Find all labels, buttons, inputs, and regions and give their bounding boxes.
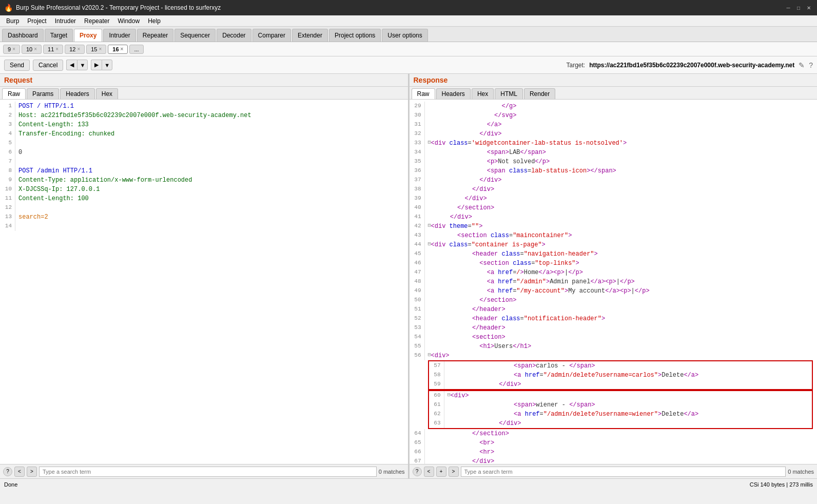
target-help-icon[interactable]: ? bbox=[809, 61, 813, 69]
request-tab-params[interactable]: Params bbox=[27, 88, 59, 99]
tab-intruder[interactable]: Intruder bbox=[103, 29, 135, 42]
response-line-59: 59 </div> bbox=[429, 380, 812, 389]
response-line-50: 50 </section> bbox=[410, 296, 818, 305]
response-search-next[interactable]: > bbox=[449, 467, 459, 477]
menu-project[interactable]: Project bbox=[23, 16, 50, 26]
response-code-area[interactable]: 29 </g> 30 </svg> 31 </a> 32 bbox=[410, 100, 818, 464]
main-tab-bar: Dashboard Target Proxy Intruder Repeater… bbox=[0, 27, 817, 42]
response-line-34: 34 <span>LAB</span> bbox=[410, 148, 818, 157]
window-title: Burp Suite Professional v2020.2 - Tempor… bbox=[16, 4, 221, 11]
response-tab-render[interactable]: Render bbox=[524, 88, 555, 99]
request-search-input[interactable] bbox=[39, 467, 377, 477]
menu-help[interactable]: Help bbox=[144, 16, 165, 26]
minimize-button[interactable]: ─ bbox=[784, 4, 792, 12]
response-tab-html[interactable]: HTML bbox=[495, 88, 523, 99]
burp-logo: 🔥 bbox=[4, 4, 13, 12]
response-tab-hex[interactable]: Hex bbox=[472, 88, 494, 99]
response-line-58: 58 <a href="/admin/delete?username=carlo… bbox=[429, 371, 812, 380]
target-url: https://ac221fbd1e5f35b6c02239c2007e000f… bbox=[589, 62, 794, 69]
status-bar: Done CSi 140 bytes | 273 millis bbox=[0, 478, 817, 490]
response-help-btn[interactable]: ? bbox=[413, 467, 422, 476]
nav-prev-dropdown[interactable]: ▼ bbox=[77, 60, 88, 70]
nav-prev-button[interactable]: ◀ bbox=[66, 60, 77, 70]
request-search-next[interactable]: > bbox=[27, 467, 37, 477]
request-line-13: 13 search=2 bbox=[0, 212, 408, 222]
request-tab-hex[interactable]: Hex bbox=[96, 88, 118, 99]
response-line-64: 64 </section> bbox=[410, 429, 818, 438]
request-panel: Request Raw Params Headers Hex 1 POST / … bbox=[0, 74, 410, 478]
tab-repeater[interactable]: Repeater bbox=[137, 29, 173, 42]
send-button[interactable]: Send bbox=[4, 60, 30, 71]
subtab-15[interactable]: 15 × bbox=[86, 45, 106, 54]
request-line-4: 4 Transfer-Encoding: chunked bbox=[0, 129, 408, 139]
target-info: Target: https://ac221fbd1e5f35b6c02239c2… bbox=[567, 61, 813, 69]
menu-intruder[interactable]: Intruder bbox=[51, 16, 80, 26]
highlight-box-1: 57 <span>carlos - </span> 58 <a href="/a… bbox=[428, 360, 813, 390]
subtab-bar: 9 × 10 × 11 × 12 × 15 × 16 × ... bbox=[0, 42, 817, 56]
panels-container: Request Raw Params Headers Hex 1 POST / … bbox=[0, 74, 817, 478]
request-header: Request bbox=[0, 74, 408, 87]
tab-extender[interactable]: Extender bbox=[292, 29, 328, 42]
tab-comparer[interactable]: Comparer bbox=[252, 29, 291, 42]
response-tab-raw[interactable]: Raw bbox=[412, 88, 435, 99]
subtab-16[interactable]: 16 × bbox=[108, 45, 128, 54]
response-tabs: Raw Headers Hex HTML Render bbox=[410, 87, 818, 100]
tab-dashboard[interactable]: Dashboard bbox=[2, 29, 44, 42]
menu-repeater[interactable]: Repeater bbox=[80, 16, 113, 26]
response-line-57: 57 <span>carlos - </span> bbox=[429, 361, 812, 371]
tab-project-options[interactable]: Project options bbox=[329, 29, 381, 42]
request-line-6: 6 0 bbox=[0, 148, 408, 157]
nav-next-button[interactable]: ▶ bbox=[91, 60, 102, 70]
request-line-5: 5 bbox=[0, 139, 408, 148]
response-panel: Response Raw Headers Hex HTML Render 29 … bbox=[410, 74, 818, 478]
tab-sequencer[interactable]: Sequencer bbox=[174, 29, 216, 42]
request-tab-raw[interactable]: Raw bbox=[2, 88, 26, 99]
request-line-1: 1 POST / HTTP/1.1 bbox=[0, 102, 408, 111]
response-line-52: 52 <header class="notification-header"> bbox=[410, 314, 818, 323]
tab-decoder[interactable]: Decoder bbox=[217, 29, 251, 42]
highlight-box-2: 60 ⊟ <div> 61 <span>wiener - </span> 62 … bbox=[428, 390, 813, 429]
subtab-10[interactable]: 10 × bbox=[22, 45, 42, 54]
response-line-51: 51 </header> bbox=[410, 305, 818, 314]
response-line-39: 39 </div> bbox=[410, 194, 818, 203]
nav-next-dropdown[interactable]: ▼ bbox=[102, 60, 112, 70]
response-header: Response bbox=[410, 74, 818, 87]
request-tab-headers[interactable]: Headers bbox=[60, 88, 94, 99]
target-edit-icon[interactable]: ✎ bbox=[799, 61, 805, 69]
response-line-48: 48 <a href="/admin">Admin panel</a><p>|<… bbox=[410, 277, 818, 286]
request-code-area[interactable]: 1 POST / HTTP/1.1 2 Host: ac221fbd1e5f35… bbox=[0, 100, 408, 464]
response-search-input[interactable] bbox=[461, 467, 786, 477]
subtab-11[interactable]: 11 × bbox=[43, 45, 63, 54]
response-line-35: 35 <p>Not solved</p> bbox=[410, 157, 818, 166]
title-bar-controls[interactable]: ─ □ ✕ bbox=[784, 4, 813, 12]
status-right: CSi 140 bytes | 273 millis bbox=[750, 481, 813, 488]
response-line-41: 41 </div> bbox=[410, 212, 818, 222]
cancel-button[interactable]: Cancel bbox=[33, 60, 63, 71]
response-line-47: 47 <a href=/>Home</a><p>|</p> bbox=[410, 268, 818, 277]
maximize-button[interactable]: □ bbox=[794, 4, 803, 12]
request-help-btn[interactable]: ? bbox=[3, 467, 12, 476]
tab-proxy[interactable]: Proxy bbox=[74, 29, 102, 42]
request-tabs: Raw Params Headers Hex bbox=[0, 87, 408, 100]
menu-window[interactable]: Window bbox=[113, 16, 144, 26]
menu-burp[interactable]: Burp bbox=[2, 16, 23, 26]
response-search-prev[interactable]: < bbox=[424, 467, 434, 477]
close-button[interactable]: ✕ bbox=[805, 4, 813, 12]
nav-left-group[interactable]: ◀ ▼ bbox=[66, 60, 88, 70]
response-tab-headers[interactable]: Headers bbox=[436, 88, 471, 99]
response-search-add[interactable]: + bbox=[436, 467, 446, 477]
response-line-66: 66 <hr> bbox=[410, 448, 818, 457]
response-line-31: 31 </a> bbox=[410, 120, 818, 129]
request-search-prev[interactable]: < bbox=[14, 467, 25, 477]
request-line-11: 11 Content-Length: 100 bbox=[0, 194, 408, 203]
nav-right-group[interactable]: ▶ ▼ bbox=[91, 60, 112, 70]
response-line-44: 44 ⊟ <div class="container is-page"> bbox=[410, 240, 818, 249]
tab-user-options[interactable]: User options bbox=[382, 29, 427, 42]
response-line-43: 43 <section class="maincontainer"> bbox=[410, 231, 818, 240]
subtab-more[interactable]: ... bbox=[129, 45, 143, 54]
subtab-9[interactable]: 9 × bbox=[3, 45, 20, 54]
request-line-10: 10 X-DJCSSq-Ip: 127.0.0.1 bbox=[0, 185, 408, 194]
subtab-12[interactable]: 12 × bbox=[65, 45, 85, 54]
toolbar: Send Cancel ◀ ▼ ▶ ▼ Target: https://ac22… bbox=[0, 56, 817, 74]
tab-target[interactable]: Target bbox=[45, 29, 73, 42]
